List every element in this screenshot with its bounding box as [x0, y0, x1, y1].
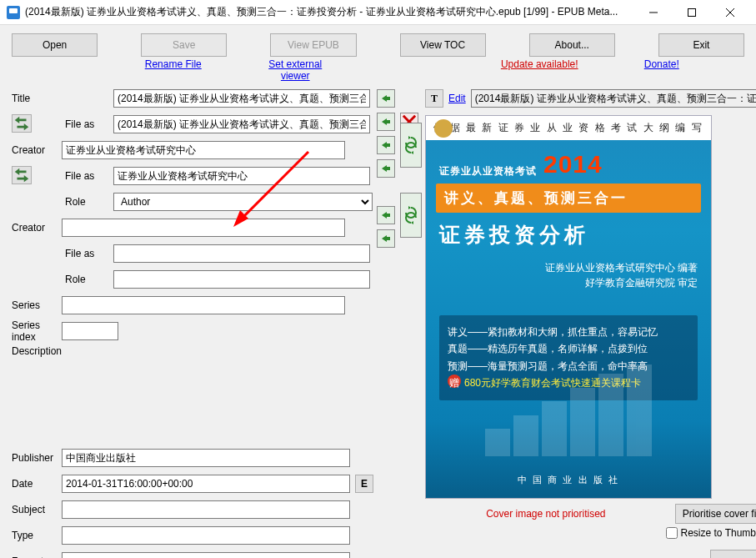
update-available-link[interactable]: Update available! [501, 58, 578, 70]
creator2-push-button[interactable] [377, 206, 395, 224]
title-swap-button[interactable] [12, 114, 32, 133]
label-creator1: Creator [12, 144, 62, 156]
label-title: Title [12, 93, 62, 104]
save-button[interactable]: Save [141, 33, 227, 57]
title-fileas-push-button[interactable] [377, 113, 395, 131]
creator2-cycle-button[interactable] [400, 193, 422, 238]
set-viewer-link[interactable]: Set external viewer [268, 58, 322, 82]
svg-rect-1 [688, 8, 696, 16]
label-series-index: Series index [12, 319, 62, 343]
title-fileas-input[interactable] [113, 115, 370, 133]
window-titlebar: (2014最新版) 证券业从业资格考试讲义、真题、预测三合一：证券投资分析 - … [0, 0, 756, 25]
label-type: Type [12, 530, 62, 541]
label-title-fileas: File as [62, 118, 113, 130]
label-creator2-role: Role [62, 274, 113, 285]
creator1-input[interactable] [62, 141, 345, 159]
link-row: Rename File Set external viewer Update a… [0, 58, 756, 87]
label-creator2-fileas: File as [62, 248, 113, 259]
cover-image: 依 据 最 新 证 券 业 从 业 资 格 考 试 大 纲 编 写 证券业从业资… [425, 115, 712, 499]
creator1-fileas-input[interactable] [113, 167, 370, 185]
label-subject: Subject [12, 504, 62, 515]
rename-file-link[interactable]: Rename File [145, 58, 202, 70]
title-input[interactable] [113, 89, 370, 108]
view-toc-button[interactable]: View TOC [400, 33, 486, 57]
creator2-fileas-push-button[interactable] [377, 229, 395, 248]
resize-thumbnail-checkbox[interactable] [666, 527, 678, 539]
creator1-swap-button[interactable] [12, 166, 32, 184]
creator1-push-button[interactable] [377, 136, 395, 154]
creator2-fileas-input[interactable] [113, 244, 370, 263]
publisher-input[interactable] [62, 449, 350, 467]
apply-all-button[interactable]: Apply all Cover Fixes and Save EPUB [710, 550, 756, 558]
metadata-form: Title File as Creator File as Role Autho… [12, 87, 373, 558]
view-epub-button[interactable]: View EPUB [270, 33, 356, 57]
main-toolbar: Open Save View EPUB View TOC About... Ex… [0, 25, 756, 58]
label-creator1-role: Role [62, 196, 113, 208]
exit-button[interactable]: Exit [658, 33, 744, 57]
maximize-button[interactable] [673, 0, 711, 25]
text-mode-button[interactable]: T [425, 89, 443, 108]
close-button[interactable] [711, 0, 749, 25]
label-creator2: Creator [12, 222, 62, 234]
prioritise-cover-button[interactable]: Prioritise cover file [675, 504, 756, 524]
series-input[interactable] [62, 296, 345, 314]
cover-panel: T Edit (2014最新版) 证券业从业资格考试讲义、真题、预测三合一：证 … [422, 87, 756, 558]
creator1-fileas-push-button[interactable] [377, 159, 395, 178]
creator2-role-input[interactable] [113, 270, 370, 289]
cover-warning: Cover image not prioritised [425, 508, 667, 520]
about-button[interactable]: About... [529, 33, 615, 57]
donate-link[interactable]: Donate! [644, 58, 679, 70]
label-date: Date [12, 478, 62, 490]
app-icon [7, 6, 20, 19]
title-push-button[interactable] [377, 89, 395, 108]
subject-input[interactable] [62, 500, 350, 519]
minimize-button[interactable] [634, 0, 673, 25]
resize-thumbnail-label: Resize to Thumbnail [681, 527, 756, 539]
creator1-role-select[interactable]: Author [113, 193, 373, 211]
type-input[interactable] [62, 526, 350, 545]
date-input[interactable] [62, 475, 350, 493]
book-select[interactable]: (2014最新版) 证券业从业资格考试讲义、真题、预测三合一：证 [471, 89, 756, 108]
label-description: Description [12, 345, 62, 357]
arrow-button-column [373, 87, 422, 558]
date-edit-button[interactable]: E [355, 475, 373, 493]
series-index-input[interactable] [62, 322, 118, 340]
label-publisher: Publisher [12, 452, 62, 464]
label-creator1-fileas: File as [62, 170, 113, 182]
format-input[interactable] [62, 552, 350, 558]
open-button[interactable]: Open [12, 33, 98, 57]
edit-link[interactable]: Edit [448, 93, 466, 104]
creator1-cycle-button[interactable] [400, 123, 422, 168]
label-series: Series [12, 299, 62, 311]
window-title: (2014最新版) 证券业从业资格考试讲义、真题、预测三合一：证券投资分析 - … [25, 5, 634, 19]
creator2-input[interactable] [62, 219, 345, 237]
